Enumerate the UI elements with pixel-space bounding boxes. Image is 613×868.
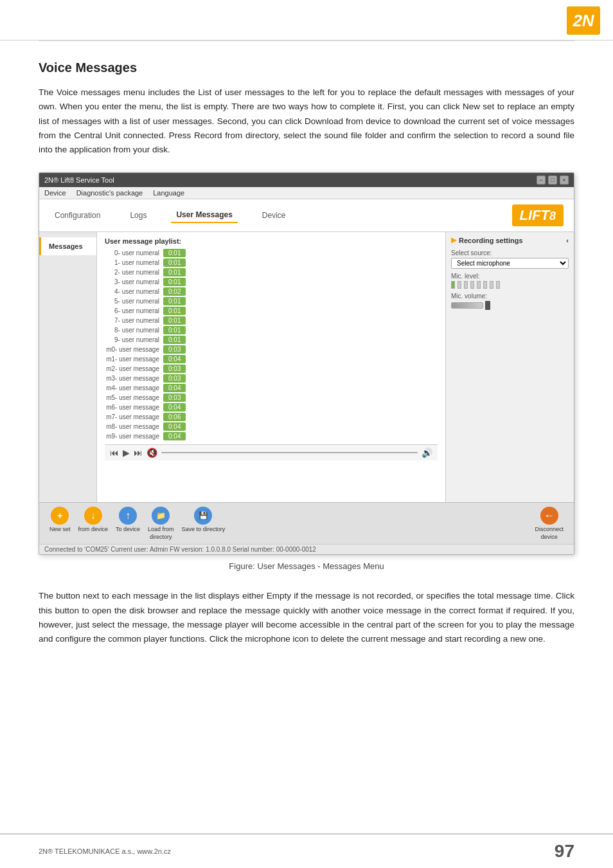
- player-bar: ⏮ ▶ ⏭ 🔇 🔊: [105, 444, 438, 460]
- sidebar-item-messages[interactable]: Messages: [39, 237, 96, 255]
- titlebar-buttons: − □ ×: [537, 176, 569, 185]
- message-label: m9- user message: [105, 433, 159, 440]
- new-set-button[interactable]: + New set: [49, 507, 71, 540]
- app-body: Messages User message playlist: 0- user …: [39, 232, 574, 502]
- player-rewind-button[interactable]: ⏮: [110, 448, 119, 458]
- message-value-button[interactable]: 0:01: [163, 258, 186, 267]
- message-value-button[interactable]: 0:04: [163, 422, 186, 431]
- message-value-button[interactable]: 0:01: [163, 316, 186, 325]
- message-value-button[interactable]: 0:04: [163, 355, 186, 363]
- message-row: 7- user numeral0:01: [105, 316, 438, 325]
- app-titlebar: 2N® Lift8 Service Tool − □ ×: [39, 173, 574, 187]
- save-directory-icon: 💾: [194, 507, 212, 525]
- message-label: 6- user numeral: [105, 307, 159, 314]
- message-value-button[interactable]: 0:01: [163, 297, 186, 305]
- mic-bar-segment-1: [451, 281, 455, 289]
- panel-header: User message playlist:: [105, 237, 438, 245]
- message-label: m4- user message: [105, 384, 159, 392]
- message-value-button[interactable]: 0:02: [163, 287, 186, 296]
- main-content: Voice Messages The Voice messages menu i…: [0, 41, 613, 685]
- message-value-button[interactable]: 0:04: [163, 384, 186, 392]
- minimize-button[interactable]: −: [537, 176, 546, 185]
- disconnect-label2: device: [541, 534, 558, 540]
- message-row: 4- user numeral0:02: [105, 287, 438, 296]
- from-device-label: from device: [78, 526, 109, 532]
- message-row: m3- user message0:03: [105, 374, 438, 383]
- mic-bar-segment-4: [470, 281, 474, 289]
- toolbar-left-group: + New set ↓ from device ↑ To device 📁 Lo…: [49, 507, 225, 540]
- message-value-button[interactable]: 0:01: [163, 336, 186, 344]
- message-label: 8- user numeral: [105, 327, 159, 334]
- message-value-button[interactable]: 0:03: [163, 365, 186, 373]
- tab-configuration[interactable]: Configuration: [49, 208, 105, 222]
- message-row: 9- user numeral0:01: [105, 336, 438, 344]
- message-label: 9- user numeral: [105, 336, 159, 343]
- menu-device[interactable]: Device: [44, 189, 66, 197]
- save-to-directory-button[interactable]: 💾 Save to directory: [182, 507, 226, 540]
- to-device-button[interactable]: ↑ To device: [116, 507, 140, 540]
- mic-volume-label: Mic. volume:: [451, 293, 569, 300]
- right-panel: ▶ Recording settings ‹ Select source: Se…: [445, 232, 574, 502]
- mic-bar-segment-6: [483, 281, 487, 289]
- app-menubar: Device Diagnostic's package Language: [39, 187, 574, 199]
- message-label: m2- user message: [105, 365, 159, 372]
- message-value-button[interactable]: 0:04: [163, 403, 186, 411]
- disconnect-device-button[interactable]: ← Disconnect device: [535, 507, 564, 540]
- load-from-directory-button[interactable]: 📁 Load from directory: [148, 507, 174, 540]
- message-value-button[interactable]: 0:04: [163, 432, 186, 440]
- maximize-button[interactable]: □: [548, 176, 557, 185]
- message-value-button[interactable]: 0:01: [163, 326, 186, 334]
- tab-user-messages[interactable]: User Messages: [171, 208, 237, 223]
- player-play-button[interactable]: ▶: [123, 448, 130, 458]
- message-value-button[interactable]: 0:03: [163, 345, 186, 354]
- message-row: m2- user message0:03: [105, 365, 438, 373]
- message-row: 2- user numeral0:01: [105, 268, 438, 276]
- mic-bar-segment-8: [496, 281, 500, 289]
- message-value-button[interactable]: 0:01: [163, 278, 186, 286]
- page-number: 97: [555, 841, 574, 862]
- new-set-icon: +: [51, 507, 69, 525]
- app-window: 2N® Lift8 Service Tool − □ × Device Diag…: [39, 172, 574, 555]
- select-source-label: Select source:: [451, 249, 569, 257]
- mic-volume-field: Mic. volume:: [451, 293, 569, 310]
- message-row: 6- user numeral0:01: [105, 307, 438, 315]
- footer: 2N® TELEKOMUNIKACE a.s., www.2n.cz 97: [0, 833, 613, 868]
- recording-settings-header[interactable]: ▶ Recording settings ‹: [451, 236, 569, 244]
- message-label: 7- user numeral: [105, 317, 159, 324]
- message-value-button[interactable]: 0:03: [163, 393, 186, 402]
- menu-language[interactable]: Language: [153, 189, 184, 197]
- mic-level-bar: [451, 281, 569, 289]
- message-row: m0- user message0:03: [105, 345, 438, 354]
- collapse-arrow-icon: ‹: [566, 237, 569, 244]
- menu-diagnostics[interactable]: Diagnostic's package: [76, 189, 143, 197]
- player-volume-button[interactable]: 🔊: [422, 448, 432, 458]
- message-row: 1- user numeral0:01: [105, 258, 438, 267]
- toolbar-right-group: ← Disconnect device: [535, 507, 564, 540]
- player-mute-button[interactable]: 🔇: [147, 448, 157, 458]
- page-description: The Voice messages menu includes the Lis…: [39, 86, 574, 157]
- close-button[interactable]: ×: [560, 176, 569, 185]
- from-device-button[interactable]: ↓ from device: [78, 507, 109, 540]
- nav-logo: LIFT8: [512, 204, 564, 226]
- message-value-button[interactable]: 0:01: [163, 307, 186, 315]
- message-value-button[interactable]: 0:01: [163, 249, 186, 257]
- mic-volume-handle[interactable]: [485, 301, 490, 310]
- tab-logs[interactable]: Logs: [125, 208, 152, 222]
- message-label: m8- user message: [105, 423, 159, 430]
- mic-bar-segment-3: [464, 281, 468, 289]
- message-label: 0- user numeral: [105, 249, 159, 257]
- message-label: 3- user numeral: [105, 278, 159, 285]
- message-value-button[interactable]: 0:03: [163, 374, 186, 383]
- mic-bar-segment-5: [477, 281, 481, 289]
- message-label: m7- user message: [105, 413, 159, 420]
- message-value-button[interactable]: 0:01: [163, 268, 186, 276]
- tab-device[interactable]: Device: [257, 208, 291, 222]
- message-value-button[interactable]: 0:06: [163, 413, 186, 421]
- player-forward-button[interactable]: ⏭: [134, 448, 143, 458]
- mic-bar-segment-7: [490, 281, 493, 289]
- to-device-label: To device: [116, 526, 140, 532]
- mic-level-label: Mic. level:: [451, 273, 569, 280]
- select-source-dropdown[interactable]: Select microphone: [451, 258, 569, 269]
- app-title: 2N® Lift8 Service Tool: [44, 176, 114, 184]
- message-row: m5- user message0:03: [105, 393, 438, 402]
